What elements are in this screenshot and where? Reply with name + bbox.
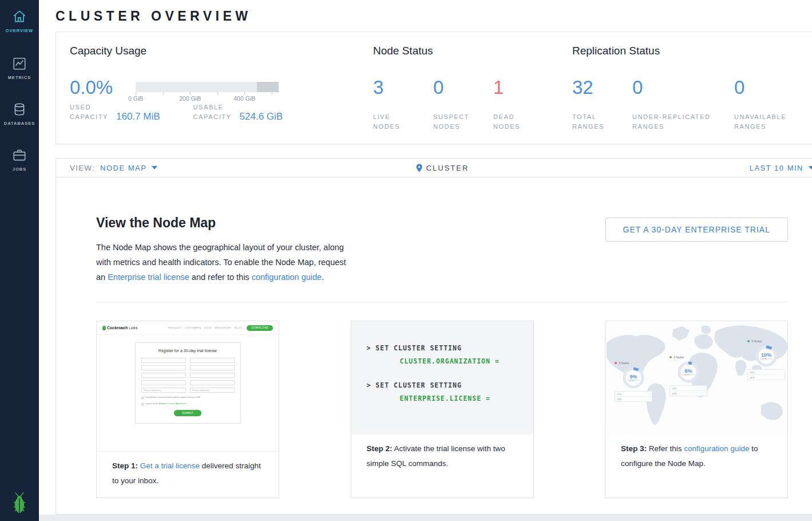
sidebar-item-databases[interactable]: DATABASES: [0, 92, 39, 137]
total-ranges-stat: 32 TOTAL RANGES: [572, 78, 632, 132]
sidebar-item-label: OVERVIEW: [6, 28, 33, 33]
region-dot-icon: [670, 356, 672, 358]
cockroach-logo[interactable]: [0, 491, 39, 514]
chevron-down-icon: [809, 166, 812, 169]
cluster-breadcrumb[interactable]: CLUSTER: [415, 164, 469, 172]
sidebar-item-jobs[interactable]: JOBS: [0, 137, 39, 183]
mini-submit-button: SUBMIT: [174, 410, 201, 416]
location-pin-icon: [415, 164, 423, 172]
mini-nav: PRODUCT CUSTOMERS DOCS RESOURCES BLOG: [168, 326, 241, 329]
database-icon: [12, 102, 27, 117]
cockroach-bug-icon: [11, 491, 28, 514]
unavailable-ranges-value: 0: [734, 78, 812, 97]
step-3-caption: Step 3: Refer this configuration guide t…: [605, 435, 787, 480]
dead-nodes-stat: 1 DEAD NODES: [493, 78, 553, 132]
replication-status-section: Replication Status 32 TOTAL RANGES 0 UND…: [572, 45, 812, 131]
sidebar-item-metrics[interactable]: METRICS: [0, 46, 39, 92]
capacity-usage-title: Capacity Usage: [70, 45, 373, 57]
capacity-bar: 0 GiB 200 GiB 400 GiB: [136, 82, 279, 102]
view-bar: VIEW: NODE MAP CLUSTER LAST 10 MIN: [56, 158, 812, 177]
capacity-axis-tick: 200 GiB: [179, 95, 201, 102]
mini-bug-icon: [102, 326, 106, 330]
unavailable-ranges-stat: 0 UNAVAILABLE RANGES: [734, 78, 812, 132]
time-range-value: LAST 10 MIN: [750, 164, 803, 172]
suspect-nodes-stat: 0 SUSPECT NODES: [433, 78, 493, 132]
sql-prompt-line: > SET CLUSTER SETTING: [367, 381, 518, 389]
capacity-axis-tick: 400 GiB: [233, 95, 255, 102]
cluster-breadcrumb-label: CLUSTER: [426, 164, 469, 172]
node-map-preview: 3 Nodes 9% CAPACITY: [605, 321, 787, 435]
region-stats-widget: 3 Nodes 6% CAPACITY: [670, 356, 707, 396]
suspect-nodes-value: 0: [433, 78, 493, 97]
enterprise-trial-button[interactable]: GET A 30-DAY ENTERPRISE TRIAL: [605, 218, 789, 242]
node-map-description: The Node Map shows the geographical layo…: [96, 240, 355, 285]
step-1-caption: Step 1: Get a trial license delivered st…: [97, 452, 279, 498]
page-bottom-gutter: [39, 515, 812, 521]
sql-prompt-line: > SET CLUSTER SETTING: [367, 344, 518, 352]
dead-nodes-label: DEAD NODES: [493, 112, 553, 132]
time-range-dropdown[interactable]: LAST 10 MIN: [750, 164, 812, 172]
step-label: Step 3:: [621, 444, 647, 453]
usable-capacity-label: USABLE CAPACITY: [193, 102, 232, 122]
under-replicated-ranges-label: UNDER-REPLICATED RANGES: [632, 112, 734, 132]
node-status-title: Node Status: [373, 45, 572, 57]
sidebar-item-label: METRICS: [8, 75, 31, 80]
node-status-section: Node Status 3 LIVE NODES 0 SUSPECT NODES…: [373, 45, 572, 131]
sql-setting-line: CLUSTER.ORGANIZATION =: [400, 357, 518, 365]
total-ranges-label: TOTAL RANGES: [572, 112, 632, 132]
sql-setting-line: ENTERPRISE.LICENSE =: [400, 394, 518, 402]
live-nodes-value: 3: [373, 78, 433, 97]
sql-commands-snippet: > SET CLUSTER SETTING CLUSTER.ORGANIZATI…: [351, 321, 533, 435]
region-stats-widget: 3 Nodes 10% CAPACITY: [747, 340, 785, 380]
step-text: Refer this: [649, 444, 682, 453]
mini-checkbox-row: I would like to receive email updates ab…: [141, 396, 235, 399]
divider: [96, 302, 788, 302]
sidebar: OVERVIEW METRICS DATABASES JOBS: [0, 0, 39, 521]
step-label: Step 1:: [112, 461, 138, 470]
unavailable-ranges-label: UNAVAILABLE RANGES: [734, 112, 812, 132]
sidebar-item-label: DATABASES: [4, 121, 35, 126]
configuration-guide-link[interactable]: configuration guide: [684, 444, 749, 453]
replication-status-title: Replication Status: [572, 45, 812, 57]
step-3-card: 3 Nodes 9% CAPACITY: [605, 321, 788, 498]
step-1-card: Cockroach LABS PRODUCT CUSTOMERS DOCS RE…: [96, 321, 279, 498]
step-label: Step 2:: [367, 444, 393, 453]
node-map-panel: View the Node Map The Node Map shows the…: [56, 177, 812, 515]
mini-form-title: Register for a 30-day trial license: [141, 349, 235, 353]
under-replicated-ranges-value: 0: [632, 78, 734, 97]
get-trial-license-link[interactable]: Get a trial license: [140, 461, 200, 470]
cluster-summary-card: Capacity Usage 0.0%: [56, 31, 812, 144]
used-capacity-value: 160.7 MiB: [116, 111, 160, 122]
view-selector-dropdown[interactable]: VIEW: NODE MAP: [70, 164, 157, 172]
under-replicated-ranges-stat: 0 UNDER-REPLICATED RANGES: [632, 78, 734, 132]
step-2-caption: Step 2: Activate the trial license with …: [351, 435, 533, 480]
home-icon: [12, 9, 27, 24]
used-capacity-label: USED CAPACITY: [70, 102, 108, 122]
view-label: VIEW:: [70, 164, 95, 172]
live-nodes-label: LIVE NODES: [373, 112, 433, 132]
description-text: .: [322, 273, 324, 282]
page-title: CLUSTER OVERVIEW: [56, 9, 812, 24]
region-dot-icon: [615, 362, 617, 364]
view-selected-value: NODE MAP: [100, 164, 146, 172]
mini-brand: Cockroach LABS: [102, 326, 138, 330]
total-ranges-value: 32: [572, 78, 632, 97]
region-dot-icon: [747, 340, 750, 342]
chevron-down-icon: [152, 166, 157, 169]
node-map-title: View the Node Map: [96, 215, 355, 231]
register-page-screenshot: Cockroach LABS PRODUCT CUSTOMERS DOCS RE…: [97, 321, 279, 452]
enterprise-trial-license-link[interactable]: Enterprise trial license: [108, 273, 189, 282]
main-content: CLUSTER OVERVIEW Capacity Usage 0.0%: [39, 0, 812, 521]
dead-nodes-value: 1: [493, 78, 553, 97]
capacity-used-percent: 0.0%: [70, 78, 113, 97]
description-text: and refer to this: [192, 273, 249, 282]
metrics-chart-icon: [12, 56, 27, 71]
mini-download-button: DOWNLOAD: [247, 325, 273, 331]
app-window: OVERVIEW METRICS DATABASES JOBS: [0, 0, 812, 521]
usable-capacity-stat: USABLE CAPACITY 524.6 GiB: [193, 102, 283, 122]
step-2-card: > SET CLUSTER SETTING CLUSTER.ORGANIZATI…: [351, 321, 534, 498]
sidebar-item-overview[interactable]: OVERVIEW: [0, 0, 39, 46]
suspect-nodes-label: SUSPECT NODES: [433, 112, 493, 132]
capacity-bar-segment: [257, 82, 279, 92]
configuration-guide-link[interactable]: configuration guide: [252, 273, 322, 282]
